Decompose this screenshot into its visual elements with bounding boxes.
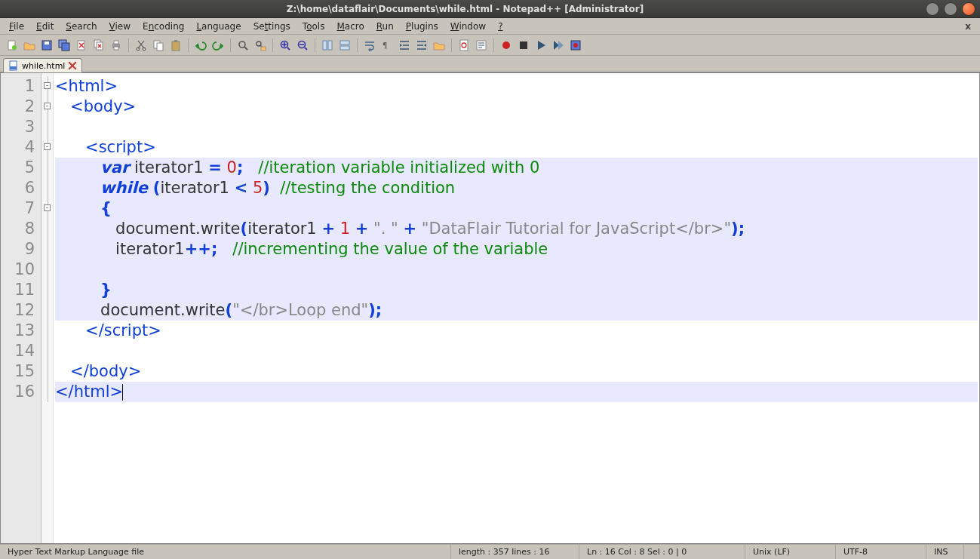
menu-search[interactable]: Search — [60, 20, 103, 33]
sync-h-icon[interactable] — [337, 38, 352, 53]
close-window-button[interactable] — [962, 2, 975, 16]
find-icon[interactable] — [235, 38, 250, 53]
menu-language[interactable]: Language — [190, 20, 247, 33]
tab-close-icon[interactable] — [68, 61, 77, 70]
close-icon[interactable] — [74, 38, 89, 53]
svg-rect-3 — [45, 41, 49, 45]
toolbar-separator — [188, 38, 189, 52]
toolbar-separator — [272, 38, 273, 52]
svg-rect-25 — [340, 41, 349, 45]
code-line[interactable]: <html> — [55, 76, 978, 97]
func-list-icon[interactable] — [474, 38, 489, 53]
menu-edit[interactable]: Edit — [30, 20, 60, 33]
svg-rect-11 — [114, 47, 118, 50]
menu-tools[interactable]: Tools — [296, 20, 331, 33]
menu-view[interactable]: View — [103, 20, 137, 33]
replace-icon[interactable] — [253, 38, 268, 53]
svg-point-1 — [12, 45, 17, 50]
code-line[interactable] — [55, 341, 978, 361]
svg-rect-10 — [114, 41, 118, 44]
copy-icon[interactable] — [151, 38, 166, 53]
maximize-button[interactable] — [944, 2, 957, 16]
status-eol[interactable]: Unix (LF) — [745, 545, 836, 559]
menu-settings[interactable]: Settings — [247, 20, 296, 33]
menu-help[interactable]: ? — [492, 20, 508, 33]
code-line[interactable]: var iterator1 = 0; //iteration variable … — [55, 158, 978, 178]
code-line[interactable]: { — [55, 198, 978, 219]
code-line[interactable]: </script> — [55, 321, 978, 341]
wrap-icon[interactable] — [362, 38, 377, 53]
toolbar-separator — [493, 38, 494, 52]
close-all-icon[interactable] — [91, 38, 106, 53]
menu-window[interactable]: Window — [444, 20, 492, 33]
redo-icon[interactable] — [210, 38, 226, 53]
stop-icon[interactable] — [516, 38, 531, 53]
zoom-in-icon[interactable] — [278, 38, 293, 53]
code-line[interactable]: } — [55, 280, 978, 300]
code-line[interactable] — [55, 117, 978, 137]
indent-icon[interactable] — [397, 38, 412, 53]
editor-area: 12345678910111213141516 ---- <html> <bod… — [0, 72, 980, 544]
window-titlebar: Z:\home\dataflair\Documents\while.html -… — [0, 0, 980, 18]
cut-icon[interactable] — [134, 38, 149, 53]
window-controls — [926, 2, 975, 16]
code-line[interactable]: while (iterator1 < 5) //testing the cond… — [55, 178, 978, 198]
save-all-icon[interactable] — [57, 38, 72, 53]
svg-rect-16 — [172, 41, 180, 51]
outdent-icon[interactable] — [414, 38, 429, 53]
record-icon[interactable] — [499, 38, 514, 53]
code-line[interactable]: iterator1++; //incrementing the value of… — [55, 239, 978, 260]
menu-plugins[interactable]: Plugins — [400, 20, 444, 33]
file-icon — [8, 60, 19, 71]
minimize-button[interactable] — [926, 2, 939, 16]
save-macro-icon[interactable] — [568, 38, 583, 53]
doc-map-icon[interactable] — [456, 38, 472, 53]
save-icon[interactable] — [39, 38, 54, 53]
svg-rect-32 — [520, 41, 527, 49]
toolbar-separator — [315, 38, 315, 52]
status-filetype: Hyper Text Markup Language file — [0, 545, 451, 559]
sync-v-icon[interactable] — [320, 38, 335, 53]
code-line[interactable]: <body> — [55, 97, 978, 117]
window-title: Z:\home\dataflair\Documents\while.html -… — [5, 4, 926, 14]
code-editor[interactable]: <html> <body> <script> var iterator1 = 0… — [54, 73, 979, 543]
status-encoding[interactable]: UTF-8 — [836, 545, 926, 559]
tab-bar: while.html — [0, 56, 980, 72]
menu-encoding[interactable]: Encoding — [137, 20, 190, 33]
svg-rect-23 — [323, 41, 327, 50]
tab-while-html[interactable]: while.html — [3, 58, 82, 72]
new-icon[interactable] — [5, 38, 20, 53]
folder-icon[interactable] — [432, 38, 447, 53]
mdi-close-button[interactable]: x — [959, 21, 977, 32]
status-length: length : 357 lines : 16 — [451, 545, 579, 559]
svg-rect-24 — [328, 41, 332, 50]
toolbar-separator — [128, 38, 129, 52]
code-line[interactable]: <script> — [55, 137, 978, 158]
svg-rect-5 — [62, 43, 69, 51]
paste-icon[interactable] — [168, 38, 183, 53]
menu-run[interactable]: Run — [370, 20, 400, 33]
zoom-out-icon[interactable] — [295, 38, 310, 53]
all-chars-icon[interactable]: ¶ — [379, 38, 395, 53]
code-line[interactable]: document.write(iterator1 + 1 + ". " + "D… — [55, 219, 978, 239]
undo-icon[interactable] — [193, 38, 208, 53]
play-icon[interactable] — [533, 38, 548, 53]
svg-point-18 — [239, 41, 245, 48]
toolbar-separator — [230, 38, 231, 52]
open-icon[interactable] — [22, 38, 37, 53]
svg-rect-15 — [157, 43, 163, 51]
tab-label: while.html — [22, 61, 65, 71]
toolbar: ¶ — [0, 35, 980, 56]
code-line[interactable] — [55, 260, 978, 280]
svg-point-31 — [502, 41, 510, 49]
print-icon[interactable] — [109, 38, 124, 53]
menu-file[interactable]: File — [3, 20, 30, 33]
menu-macro[interactable]: Macro — [330, 20, 370, 33]
play-multi-icon[interactable] — [551, 38, 566, 53]
status-insert-mode[interactable]: INS — [926, 545, 964, 559]
code-line[interactable]: </body> — [55, 361, 978, 382]
code-line[interactable]: document.write("</br>Loop end"); — [55, 300, 978, 321]
resize-grip[interactable] — [964, 545, 980, 559]
toolbar-separator — [451, 38, 452, 52]
code-line[interactable]: </html> — [55, 382, 978, 402]
